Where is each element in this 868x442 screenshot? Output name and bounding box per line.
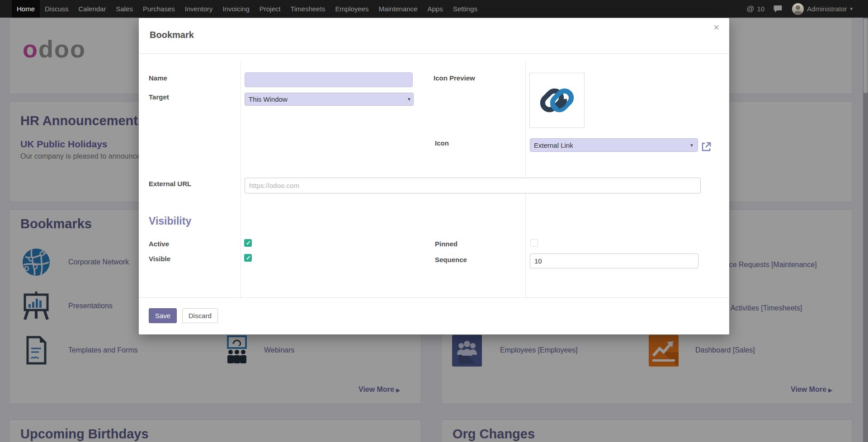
nav-item-discuss[interactable]: Discuss <box>40 0 74 18</box>
dialog-title: Bookmark <box>150 30 194 40</box>
user-name: Administrator <box>807 5 847 13</box>
visibility-section-title: Visibility <box>149 215 191 227</box>
top-navbar: Home Discuss Calendar Sales Purchases In… <box>0 0 868 18</box>
nav-item-invoicing[interactable]: Invoicing <box>218 0 255 18</box>
activities-menu[interactable]: @ 10 <box>746 5 764 14</box>
pinned-checkbox[interactable] <box>530 239 538 247</box>
nav-item-timesheets[interactable]: Timesheets <box>285 0 330 18</box>
close-icon[interactable]: × <box>713 23 719 33</box>
external-url-input[interactable] <box>245 178 701 193</box>
visible-checkbox[interactable] <box>244 254 252 262</box>
external-url-label: External URL <box>149 180 191 188</box>
nav-item-purchases[interactable]: Purchases <box>138 0 180 18</box>
external-link-icon[interactable] <box>701 141 712 152</box>
form-divider <box>241 61 241 297</box>
user-menu[interactable]: Administrator ▾ <box>792 3 853 15</box>
save-button[interactable]: Save <box>149 308 177 323</box>
target-label: Target <box>149 93 169 101</box>
footer-divider <box>139 297 729 298</box>
nav-item-home[interactable]: Home <box>12 0 40 18</box>
activity-count: 10 <box>757 5 764 13</box>
pinned-label: Pinned <box>435 240 458 248</box>
chain-link-icon <box>535 79 579 122</box>
dialog-header: Bookmark × <box>139 18 729 54</box>
nav-item-sales[interactable]: Sales <box>111 0 138 18</box>
icon-select[interactable]: External Link <box>530 138 698 152</box>
nav-item-project[interactable]: Project <box>255 0 286 18</box>
name-label: Name <box>149 74 167 82</box>
icon-preview-label: Icon Preview <box>434 74 475 82</box>
icon-label: Icon <box>435 139 449 147</box>
bookmark-dialog: Bookmark × Name Target This Window ▼ Ico… <box>139 18 729 334</box>
name-input[interactable] <box>245 72 413 87</box>
nav-item-employees[interactable]: Employees <box>330 0 373 18</box>
icon-preview-image <box>529 73 585 128</box>
nav-item-maintenance[interactable]: Maintenance <box>374 0 423 18</box>
chevron-down-icon: ▾ <box>850 6 853 12</box>
visible-label: Visible <box>149 255 170 263</box>
discard-button[interactable]: Discard <box>182 308 218 323</box>
messages-icon[interactable] <box>774 5 783 13</box>
avatar <box>792 3 804 15</box>
nav-item-apps[interactable]: Apps <box>423 0 448 18</box>
main-menu: Home Discuss Calendar Sales Purchases In… <box>12 0 482 18</box>
nav-item-inventory[interactable]: Inventory <box>180 0 218 18</box>
sequence-input[interactable] <box>530 254 698 268</box>
nav-item-calendar[interactable]: Calendar <box>74 0 111 18</box>
sequence-label: Sequence <box>435 256 467 263</box>
nav-item-settings[interactable]: Settings <box>448 0 482 18</box>
active-label: Active <box>149 240 169 248</box>
active-checkbox[interactable] <box>244 239 252 247</box>
target-select[interactable]: This Window <box>245 93 414 106</box>
at-icon: @ <box>746 5 754 14</box>
